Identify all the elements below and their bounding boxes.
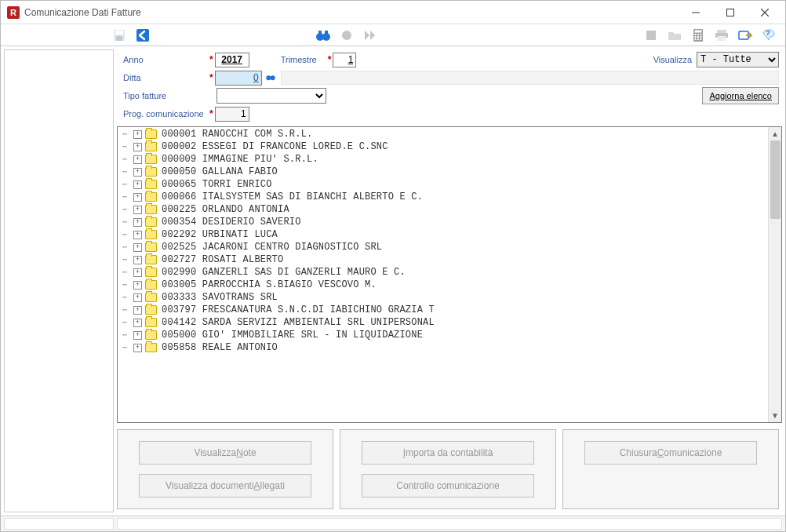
expand-icon[interactable]: +	[133, 331, 142, 340]
tree-connector: ⋯	[122, 305, 133, 315]
tree-item[interactable]: ⋯+000354 DESIDERIO SAVERIO	[118, 216, 768, 228]
tree-item[interactable]: ⋯+002990 GANZERLI SAS DI GANZERLI MAURO …	[118, 266, 768, 279]
minimize-button[interactable]	[679, 1, 713, 24]
required-marker: *	[209, 108, 213, 119]
folder-icon[interactable]	[664, 26, 685, 45]
tree-item-label: 002292 URBINATI LUCA	[162, 229, 278, 240]
expand-icon[interactable]: +	[133, 293, 142, 302]
scroll-down-icon[interactable]: ▼	[769, 409, 781, 422]
svg-rect-25	[718, 36, 726, 41]
app-window: R Comunicazione Dati Fatture	[0, 0, 786, 532]
visualizza-note-button[interactable]: Visualizza Note	[139, 441, 311, 465]
tree-item[interactable]: ⋯+002525 JACARONI CENTRO DIAGNOSTICO SRL	[118, 241, 768, 253]
expand-icon[interactable]: +	[133, 168, 142, 177]
close-button[interactable]	[748, 1, 782, 24]
tree-connector: ⋯	[122, 280, 133, 290]
expand-icon[interactable]: +	[133, 130, 142, 139]
expand-icon[interactable]: +	[133, 206, 142, 214]
export-icon[interactable]	[735, 26, 755, 45]
binoculars-icon[interactable]	[313, 26, 333, 45]
folder-icon	[145, 330, 157, 340]
expand-icon[interactable]: +	[133, 319, 142, 327]
folder-icon	[145, 343, 157, 352]
folder-icon	[145, 230, 157, 239]
left-sidebar-panel	[4, 49, 114, 512]
svg-rect-15	[697, 34, 699, 35]
expand-icon[interactable]: +	[133, 256, 142, 264]
tree-item[interactable]: ⋯+002727 ROSATI ALBERTO	[118, 253, 768, 266]
calculator-icon[interactable]	[688, 26, 708, 45]
folder-icon	[145, 242, 157, 252]
svg-rect-3	[116, 36, 122, 41]
expand-icon[interactable]: +	[133, 231, 142, 239]
print-icon[interactable]	[711, 26, 732, 45]
tree-item[interactable]: ⋯+000225 ORLANDO ANTONIA	[118, 203, 768, 216]
back-icon[interactable]	[133, 26, 153, 45]
tree-item[interactable]: ⋯+003797 FRESCANATURA S.N.C.DI IABICHINO…	[118, 304, 768, 316]
svg-rect-8	[318, 31, 322, 35]
expand-icon[interactable]: +	[133, 180, 142, 189]
stop-icon[interactable]	[641, 26, 661, 45]
record-icon[interactable]	[337, 26, 357, 45]
svg-rect-0	[727, 9, 734, 16]
tree-item[interactable]: ⋯+005858 REALE ANTONIO	[118, 341, 768, 354]
titlebar: R Comunicazione Dati Fatture	[1, 1, 785, 24]
expand-icon[interactable]: +	[133, 155, 142, 164]
tree-connector: ⋯	[122, 242, 133, 252]
tree-item[interactable]: ⋯+005000 GIO' IMMOBILIARE SRL - IN LIQUI…	[118, 329, 768, 341]
expand-icon[interactable]: +	[133, 243, 142, 252]
importa-contabilita-button[interactable]: Importa da contabilità	[362, 441, 534, 465]
svg-rect-21	[697, 38, 699, 40]
ditta-input[interactable]	[215, 71, 262, 86]
maximize-button[interactable]	[713, 1, 748, 24]
scrollbar[interactable]: ▲ ▼	[768, 127, 781, 422]
tree-item[interactable]: ⋯+003333 SAVOTRANS SRL	[118, 291, 768, 304]
tree-item[interactable]: ⋯+000050 GALLANA FABIO	[118, 166, 768, 178]
expand-icon[interactable]: +	[133, 268, 142, 277]
help-icon[interactable]: ?	[759, 26, 779, 45]
panel-chiusura: Chiusura Comunicazione	[562, 429, 779, 509]
expand-icon[interactable]: +	[133, 306, 142, 315]
forward-icon[interactable]	[360, 26, 380, 45]
tree-item-label: 002990 GANZERLI SAS DI GANZERLI MAURO E …	[162, 267, 406, 278]
tree-item[interactable]: ⋯+004142 SARDA SERVIZI AMBIENTALI SRL UN…	[118, 316, 768, 329]
tree-connector: ⋯	[122, 167, 133, 177]
folder-icon	[145, 167, 157, 177]
search-icon[interactable]	[265, 72, 276, 84]
aggiorna-elenco-button[interactable]: Aggiorna elenco	[702, 87, 779, 104]
svg-rect-9	[325, 31, 328, 35]
expand-icon[interactable]: +	[133, 193, 142, 202]
prog-comunicazione-input[interactable]	[215, 107, 249, 122]
tree-container: ⋯+000001 RANOCCHI COM S.R.L.⋯+000002 ESS…	[117, 126, 782, 423]
tree-item[interactable]: ⋯+000065 TORRI ENRICO	[118, 178, 768, 191]
save-icon[interactable]	[109, 26, 129, 45]
tipo-fatture-select[interactable]	[217, 88, 326, 104]
expand-icon[interactable]: +	[133, 344, 142, 352]
visualizza-allegati-button[interactable]: Visualizza documenti Allegati	[139, 474, 311, 497]
controllo-comunicazione-button[interactable]: Controllo comunicazione	[362, 474, 534, 497]
scroll-up-icon[interactable]: ▲	[769, 127, 781, 140]
folder-icon	[145, 129, 157, 139]
tree-item-label: 000002 ESSEGI DI FRANCONE LORED.E C.SNC	[162, 141, 388, 152]
body: Anno * Trimestre * Visualizza T - Tutte	[1, 46, 785, 516]
tipo-label: Tipo fatture	[123, 91, 209, 100]
scrollbar-thumb[interactable]	[770, 140, 781, 219]
tree-item-label: 003797 FRESCANATURA S.N.C.DI IABICHINO G…	[162, 304, 435, 315]
required-marker: *	[209, 72, 213, 83]
visualizza-select[interactable]: T - Tutte	[697, 52, 779, 67]
trimestre-input[interactable]	[333, 53, 356, 67]
tree-item-label: 000001 RANOCCHI COM S.R.L.	[162, 129, 312, 140]
tree-item[interactable]: ⋯+002292 URBINATI LUCA	[118, 228, 768, 241]
anno-input[interactable]	[215, 53, 249, 67]
tree-item[interactable]: ⋯+000002 ESSEGI DI FRANCONE LORED.E C.SN…	[118, 140, 768, 153]
tree-item[interactable]: ⋯+000001 RANOCCHI COM S.R.L.	[118, 128, 768, 140]
statusbar	[1, 516, 785, 531]
tree-list[interactable]: ⋯+000001 RANOCCHI COM S.R.L.⋯+000002 ESS…	[118, 127, 768, 422]
chiusura-comunicazione-button[interactable]: Chiusura Comunicazione	[584, 441, 757, 465]
expand-icon[interactable]: +	[133, 143, 142, 151]
tree-item[interactable]: ⋯+003005 PARROCCHIA S.BIAGIO VESCOVO M.	[118, 279, 768, 291]
expand-icon[interactable]: +	[133, 218, 142, 227]
tree-item[interactable]: ⋯+000009 IMMAGINE PIU' S.R.L.	[118, 153, 768, 166]
tree-item[interactable]: ⋯+000066 ITALSYSTEM SAS DI BIANCHI ALBER…	[118, 191, 768, 203]
expand-icon[interactable]: +	[133, 281, 142, 290]
